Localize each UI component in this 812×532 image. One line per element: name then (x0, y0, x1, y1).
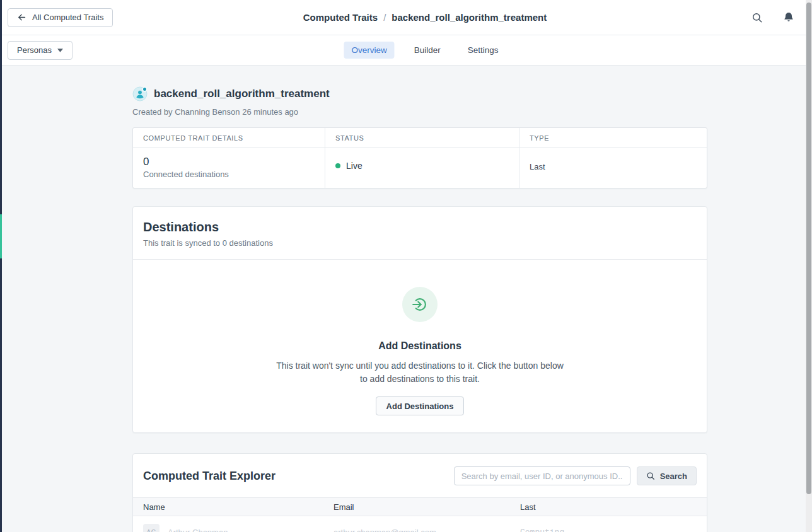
computed-trait-avatar-icon (132, 86, 148, 101)
empty-state-title: Add Destinations (133, 340, 707, 352)
explorer-search-input[interactable] (454, 466, 630, 485)
chevron-down-icon (57, 49, 63, 52)
explorer-search-button[interactable]: Search (637, 466, 697, 485)
scrollbar-track (806, 0, 812, 532)
row-last-value: Computing... (510, 528, 707, 532)
column-header-name: Name (133, 502, 323, 512)
connected-destinations-label: Connected destinations (143, 170, 315, 179)
row-email: arthur.chapman@gmail.com (323, 528, 510, 532)
sub-bar: Personas Overview Builder Settings (0, 35, 812, 66)
search-button-label: Search (660, 471, 687, 481)
connected-destinations-count: 0 (143, 156, 315, 168)
search-icon (646, 471, 655, 480)
tab-builder[interactable]: Builder (407, 42, 448, 59)
destinations-empty-state: Add Destinations This trait won't sync u… (133, 260, 707, 432)
left-nav-rail-indicator (0, 214, 2, 258)
explorer-title: Computed Trait Explorer (143, 470, 276, 483)
destinations-subtitle: This trait is synced to 0 destinations (143, 238, 697, 248)
table-row[interactable]: AC Arthur Chapman arthur.chapman@gmail.c… (133, 516, 707, 532)
search-icon[interactable] (751, 12, 763, 23)
personas-label: Personas (17, 45, 52, 55)
type-value: Last (530, 156, 697, 171)
connected-destinations-cell: 0 Connected destinations (133, 148, 325, 188)
trait-details-table: COMPUTED TRAIT DETAILS STATUS TYPE 0 Con… (132, 127, 707, 188)
row-name: Arthur Chapman (168, 528, 228, 532)
avatar: AC (143, 524, 160, 532)
scrollbar-thumb[interactable] (806, 3, 811, 494)
add-destinations-button[interactable]: Add Destinations (376, 396, 465, 415)
top-bar: All Computed Traits Computed Traits/back… (0, 0, 812, 35)
left-nav-rail (0, 0, 2, 532)
column-header-last: Last (510, 502, 707, 512)
type-cell: Last (519, 148, 707, 188)
page-title: backend_roll_algorithm_treatment (154, 88, 330, 100)
created-by-text: Created by Channing Benson 26 minutes ag… (132, 107, 707, 117)
tab-bar: Overview Builder Settings (344, 42, 506, 59)
tab-overview[interactable]: Overview (344, 42, 394, 59)
breadcrumb-parent[interactable]: Computed Traits (303, 12, 378, 23)
personas-dropdown[interactable]: Personas (8, 41, 72, 60)
details-column-header: COMPUTED TRAIT DETAILS (133, 128, 325, 148)
destinations-card: Destinations This trait is synced to 0 d… (132, 206, 707, 433)
main-content: backend_roll_algorithm_treatment Created… (132, 86, 707, 532)
empty-state-description: This trait won't sync until you add dest… (272, 359, 568, 386)
notifications-bell-icon[interactable] (783, 11, 794, 23)
destinations-title: Destinations (143, 220, 697, 234)
tab-settings[interactable]: Settings (460, 42, 506, 59)
status-value: Live (346, 161, 362, 171)
breadcrumb-separator: / (383, 12, 386, 23)
live-status-dot (335, 163, 340, 168)
status-column-header: STATUS (325, 128, 519, 148)
add-destination-circle-icon (402, 287, 438, 322)
back-button-label: All Computed Traits (32, 13, 103, 22)
status-cell: Live (325, 148, 519, 188)
type-column-header: TYPE (519, 128, 707, 148)
breadcrumb-current: backend_roll_algorithm_treatment (392, 12, 547, 23)
breadcrumb: Computed Traits/backend_roll_algorithm_t… (303, 12, 547, 23)
column-header-email: Email (323, 502, 510, 512)
computed-trait-explorer-card: Computed Trait Explorer Search Name Emai… (132, 453, 707, 532)
back-to-all-computed-traits-button[interactable]: All Computed Traits (8, 8, 113, 27)
back-arrow-icon (17, 13, 26, 22)
explorer-table-header: Name Email Last (133, 497, 707, 516)
